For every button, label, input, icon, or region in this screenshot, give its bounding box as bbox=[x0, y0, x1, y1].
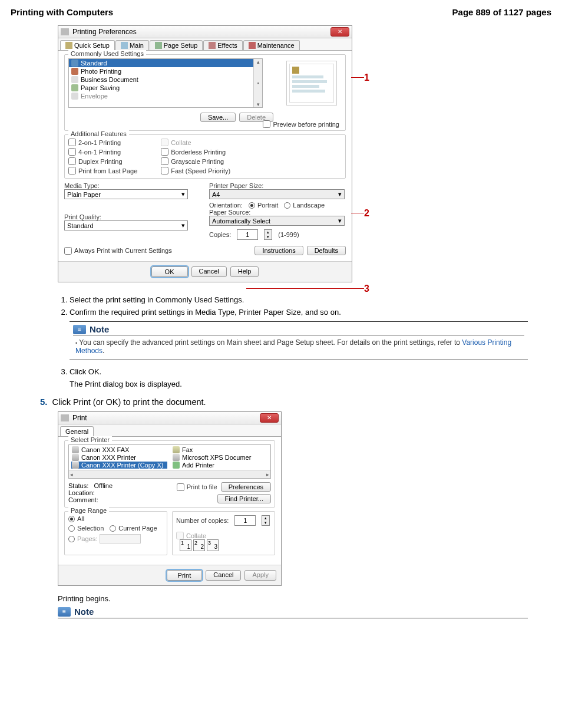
standard-icon bbox=[71, 60, 78, 67]
chevron-down-icon: ▾ bbox=[181, 190, 185, 198]
page-range-pages-radio: Pages: bbox=[68, 534, 163, 543]
list-item[interactable]: Canon XXX Printer bbox=[71, 454, 167, 461]
note-title: Note bbox=[74, 607, 94, 617]
radio-icon bbox=[249, 202, 255, 209]
list-item[interactable]: Canon XXX FAX bbox=[71, 446, 167, 453]
collate-checkbox: Collate bbox=[176, 532, 271, 539]
feature-checkbox[interactable]: Borderless Printing bbox=[161, 148, 230, 156]
commonly-used-settings-list[interactable]: Standard Photo Printing Business Documen… bbox=[68, 58, 263, 108]
tab-quick-setup[interactable]: Quick Setup bbox=[60, 40, 115, 50]
step-2: Confirm the required print settings in M… bbox=[70, 308, 528, 360]
feature-checkbox[interactable]: Duplex Printing bbox=[68, 157, 137, 165]
close-icon[interactable]: ✕ bbox=[330, 27, 349, 37]
page-range-current-radio: Current Page bbox=[110, 525, 157, 532]
note-text: You can specify the advanced print setti… bbox=[75, 338, 511, 355]
print-quality-select[interactable]: Standard▾ bbox=[64, 220, 188, 230]
copies-stepper[interactable]: ▴▾ bbox=[264, 229, 272, 240]
radio-icon bbox=[68, 536, 75, 542]
cancel-button[interactable]: Cancel bbox=[206, 570, 241, 581]
tab-general[interactable]: General bbox=[60, 426, 94, 436]
copies-range: (1-999) bbox=[278, 231, 299, 238]
printer-list[interactable]: Canon XXX FAX Canon XXX Printer Canon XX… bbox=[68, 444, 271, 479]
step-5-number: 5. bbox=[40, 397, 48, 407]
collate-preview-icon: 123 bbox=[180, 539, 219, 551]
preferences-button[interactable]: Preferences bbox=[221, 482, 271, 492]
help-button[interactable]: Help bbox=[230, 266, 259, 277]
num-copies-stepper[interactable]: ▴▾ bbox=[262, 515, 270, 526]
orientation-portrait-radio[interactable]: Portrait bbox=[249, 202, 278, 209]
additional-features-label: Additional Features bbox=[68, 130, 129, 137]
commonly-used-settings-label: Commonly Used Settings bbox=[68, 50, 146, 57]
list-item[interactable]: Canon XXX Printer (Copy X) bbox=[71, 462, 167, 469]
add-printer-icon bbox=[173, 462, 180, 469]
status-value: Offline bbox=[94, 482, 113, 489]
app-icon bbox=[61, 414, 69, 421]
feature-checkbox[interactable]: Grayscale Printing bbox=[161, 157, 230, 165]
radio-icon bbox=[110, 525, 116, 532]
scrollbar[interactable]: ◂▸ bbox=[69, 470, 270, 478]
feature-checkbox[interactable]: 4-on-1 Printing bbox=[68, 148, 137, 156]
apply-button[interactable]: Apply bbox=[244, 570, 276, 581]
list-item[interactable]: Paper Saving bbox=[69, 84, 262, 92]
chevron-down-icon: ▾ bbox=[338, 217, 342, 225]
chevron-down-icon: ▾ bbox=[338, 190, 342, 198]
tab-maintenance[interactable]: Maintenance bbox=[243, 40, 300, 50]
note-title: Note bbox=[90, 324, 109, 334]
instructions-button[interactable]: Instructions bbox=[254, 246, 303, 255]
page-range-label: Page Range bbox=[68, 507, 109, 514]
status-label: Status: bbox=[68, 482, 88, 489]
feature-checkbox[interactable]: Fast (Speed Priority) bbox=[161, 167, 230, 174]
print-button[interactable]: Print bbox=[167, 570, 203, 581]
list-item[interactable]: Microsoft XPS Documer bbox=[172, 454, 268, 461]
tab-main[interactable]: Main bbox=[115, 40, 149, 50]
media-type-select[interactable]: Plain Paper▾ bbox=[64, 189, 188, 199]
feature-checkbox[interactable]: 2-on-1 Printing bbox=[68, 139, 137, 146]
orientation-landscape-radio[interactable]: Landscape bbox=[284, 202, 325, 209]
step-3-sub: The Print dialog box is displayed. bbox=[70, 380, 528, 388]
list-item[interactable]: Standard bbox=[69, 59, 262, 67]
find-printer-button[interactable]: Find Printer... bbox=[217, 494, 271, 503]
num-copies-input[interactable]: 1 bbox=[234, 515, 256, 526]
print-dialog: Print ✕ General Select Printer Canon XXX… bbox=[58, 411, 282, 586]
photo-icon bbox=[71, 68, 78, 75]
copies-input[interactable]: 1 bbox=[237, 229, 258, 240]
close-icon[interactable]: ✕ bbox=[260, 413, 279, 423]
ok-button[interactable]: OK bbox=[151, 266, 188, 277]
radio-icon bbox=[68, 516, 75, 522]
quick-setup-icon bbox=[65, 42, 72, 49]
dialog-title: Print bbox=[72, 414, 87, 422]
step-1: Select the print setting in Commonly Use… bbox=[70, 295, 528, 304]
page-title-right: Page 889 of 1127 pages bbox=[452, 7, 551, 17]
list-item[interactable]: Fax bbox=[172, 446, 268, 453]
printer-icon bbox=[72, 454, 79, 461]
paper-size-select[interactable]: A4▾ bbox=[209, 189, 345, 199]
printer-icon bbox=[72, 462, 79, 469]
feature-checkbox[interactable]: Collate bbox=[161, 139, 230, 146]
note-icon: ≡ bbox=[73, 325, 86, 334]
defaults-button[interactable]: Defaults bbox=[307, 246, 346, 255]
print-to-file-checkbox[interactable]: Print to file bbox=[177, 483, 217, 491]
fax-icon bbox=[173, 446, 180, 453]
list-item[interactable]: Business Document bbox=[69, 75, 262, 84]
app-icon bbox=[61, 28, 69, 35]
list-item[interactable]: Photo Printing bbox=[69, 67, 262, 75]
save-button[interactable]: Save... bbox=[200, 113, 236, 122]
scrollbar[interactable]: ▴▪▾ bbox=[253, 59, 262, 107]
list-item[interactable]: Add Printer bbox=[172, 462, 268, 469]
paper-source-select[interactable]: Automatically Select▾ bbox=[209, 216, 345, 226]
step-3: Click OK. The Print dialog box is displa… bbox=[70, 367, 528, 388]
tab-effects[interactable]: Effects bbox=[203, 40, 242, 50]
preview-thumbnail bbox=[286, 61, 337, 106]
paper-size-label: Printer Paper Size: bbox=[209, 182, 346, 189]
envelope-icon bbox=[71, 93, 78, 100]
printing-begins-text: Printing begins. bbox=[58, 594, 528, 603]
media-type-label: Media Type: bbox=[64, 182, 201, 189]
feature-checkbox[interactable]: Print from Last Page bbox=[68, 167, 137, 174]
comment-label: Comment: bbox=[68, 496, 113, 503]
tab-page-setup[interactable]: Page Setup bbox=[150, 40, 203, 50]
cancel-button[interactable]: Cancel bbox=[191, 266, 227, 277]
list-item[interactable]: Envelope bbox=[69, 92, 262, 100]
preview-before-printing-checkbox[interactable]: Preview before printing bbox=[263, 120, 339, 128]
page-range-all-radio[interactable]: All bbox=[68, 515, 163, 522]
always-print-checkbox[interactable]: Always Print with Current Settings bbox=[64, 247, 172, 255]
